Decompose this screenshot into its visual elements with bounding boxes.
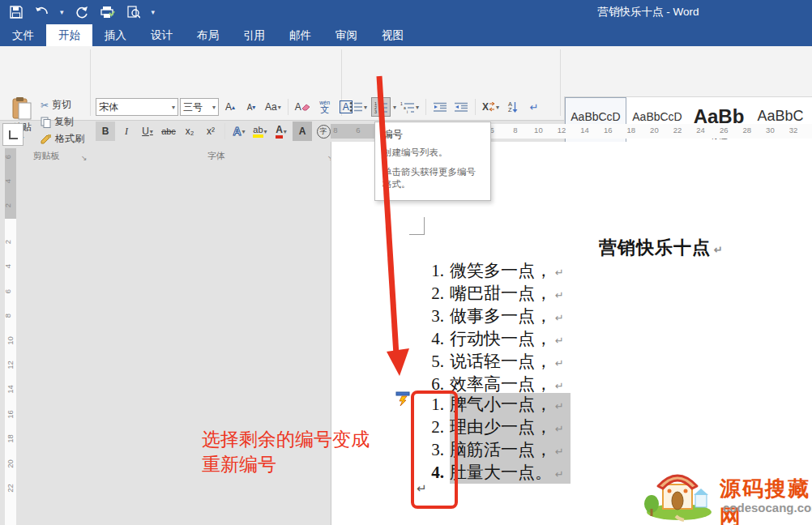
sort-button[interactable]: A Z [503,97,523,117]
tab-stop-icon [9,130,18,139]
font-size-combo[interactable]: 三号 ▾ [180,98,219,116]
multilevel-list-button[interactable]: 1ai ▾ [398,97,421,117]
character-shading-button[interactable]: A [293,122,312,141]
copy-button[interactable]: 复制 [41,113,84,130]
list-item[interactable]: 1.微笑多一点，↵ [412,259,598,282]
cut-button[interactable]: ✂ 剪切 [41,96,84,113]
ruler-number: 22 [6,484,15,493]
pilcrow-icon: ↵ [530,101,539,113]
paragraph-mark-icon: ↵ [555,380,564,392]
document-title[interactable]: 营销快乐十点↵ [599,236,724,260]
font-color-button[interactable]: A▾ [271,122,291,141]
tab-mailings[interactable]: 邮件 [277,24,323,46]
increase-indent-button[interactable] [451,97,471,117]
grow-font-button[interactable]: A▴ [220,97,240,117]
tab-references[interactable]: 引用 [231,24,277,46]
list-item[interactable]: 3.做事多一点，↵ [412,305,598,327]
tab-design[interactable]: 设计 [139,24,185,46]
print-preview-icon[interactable] [126,4,142,20]
show-hide-marks-button[interactable]: ↵ [524,97,544,117]
ruler-number: 30 [766,126,775,134]
ruler-number: 4 [3,264,12,268]
redo-icon[interactable] [74,4,90,20]
svg-text:i: i [407,109,408,113]
highlight-caret-icon: ▾ [264,128,267,135]
ribbon-tabs: 文件开始插入设计布局引用邮件审阅视图 [0,24,812,46]
font-name-combo[interactable]: 宋体 ▾ [96,98,178,116]
tab-layout[interactable]: 布局 [185,24,231,46]
paragraph-mark-icon: ↵ [555,335,564,347]
clipboard-icon [6,96,37,121]
underline-button[interactable]: U▾ [138,122,157,141]
list-item[interactable]: 2.嘴巴甜一点，↵ [412,282,598,305]
watermark-logo: 源码搜藏网 codesocang.com [640,462,812,523]
divider [425,99,426,115]
clear-formatting-label: A [295,101,301,113]
annotation-line-2: 重新编号 [202,452,370,477]
paragraph-mark-icon: ↵ [714,244,724,256]
list-text: 行动快一点，↵ [450,327,564,350]
decrease-indent-button[interactable] [430,97,450,117]
format-painter-label: 格式刷 [55,132,84,146]
asian-layout-arrows-icon [489,102,495,112]
save-icon[interactable] [8,4,24,20]
tab-selector[interactable] [2,123,24,146]
asian-layout-button[interactable]: X ▾ [480,97,502,117]
ruler-number: 16 [6,410,15,419]
ruler-number: 2 [3,203,12,207]
list-number: 4. [412,327,444,350]
undo-dropdown-caret-icon[interactable]: ▾ [60,8,64,16]
strikethrough-button[interactable]: abc [159,122,178,141]
numbered-list-1[interactable]: 1.微笑多一点，↵2.嘴巴甜一点，↵3.做事多一点，↵4.行动快一点，↵5.说话… [412,259,598,395]
clear-formatting-button[interactable]: A [293,97,314,117]
tab-view[interactable]: 视图 [370,24,416,46]
group-divider [90,49,91,116]
list-item[interactable]: 5.说话轻一点，↵ [412,350,598,373]
tab-file[interactable]: 文件 [0,24,46,46]
font-group: 宋体 ▾ 三号 ▾ A▴ A▾ Aa▾ A wén 文 A [92,95,340,164]
subscript-button[interactable]: x₂ [180,122,199,141]
list-text: 肚量大一点。↵ [450,461,571,484]
font-size-caret-icon: ▾ [212,104,216,111]
quick-print-icon[interactable] [100,4,116,20]
multilevel-caret-icon: ▾ [416,104,419,111]
window-title: 营销快乐十点 - Word [454,0,812,24]
list-number: 5. [412,350,444,373]
tab-home[interactable]: 开始 [46,24,92,46]
numbering-button[interactable]: 123 [371,97,391,117]
numbering-caret-icon[interactable]: ▾ [393,104,396,111]
change-case-caret-icon: ▾ [278,104,281,111]
clipboard-dialog-launcher-icon[interactable]: ↘ [81,154,88,162]
shrink-font-button[interactable]: A▾ [241,97,261,117]
ribbon-tab-row: 文件开始插入设计布局引用邮件审阅视图 告诉我您想要做什么... [0,24,812,46]
text-effects-button[interactable]: A▾ [229,122,249,141]
tab-insert[interactable]: 插入 [92,24,139,46]
highlight-button[interactable]: ab▾ [250,122,270,141]
autocorrect-options-icon[interactable] [395,391,413,406]
change-case-button[interactable]: Aa▾ [263,97,284,117]
tab-review[interactable]: 审阅 [323,24,370,46]
ruler-number: 2 [3,240,12,244]
copy-label: 复制 [54,115,74,129]
divider [288,99,288,115]
qat-customize-caret-icon[interactable]: ▾ [152,8,156,16]
italic-button[interactable]: I [117,122,136,141]
subscript-label: x₂ [186,126,194,137]
numbering-icon: 123 [374,101,388,113]
format-painter-button[interactable]: 格式刷 [41,130,84,147]
list-item[interactable]: 4.行动快一点，↵ [412,327,598,350]
title-bar: ▾ ▾ 营销快乐十点 - Word [0,0,812,24]
highlight-label: ab [253,125,263,138]
bullets-button[interactable]: ▾ [347,97,370,117]
bold-button[interactable]: B [96,122,115,141]
style-preview: AaBbCcD [632,110,682,123]
annotation-line-1: 选择剩余的编号变成 [202,427,370,452]
bold-label: B [102,126,109,137]
quick-access-toolbar: ▾ ▾ [8,2,155,22]
superscript-button[interactable]: x² [201,122,220,141]
phonetic-guide-button[interactable]: wén 文 [315,97,335,117]
sort-arrow-icon [512,102,518,113]
font-color-caret-icon: ▾ [284,128,287,135]
undo-icon[interactable] [34,4,50,20]
ribbon: 粘贴 ▾ ✂ 剪切 复制 格式刷 剪贴板 ↘ [0,46,812,121]
